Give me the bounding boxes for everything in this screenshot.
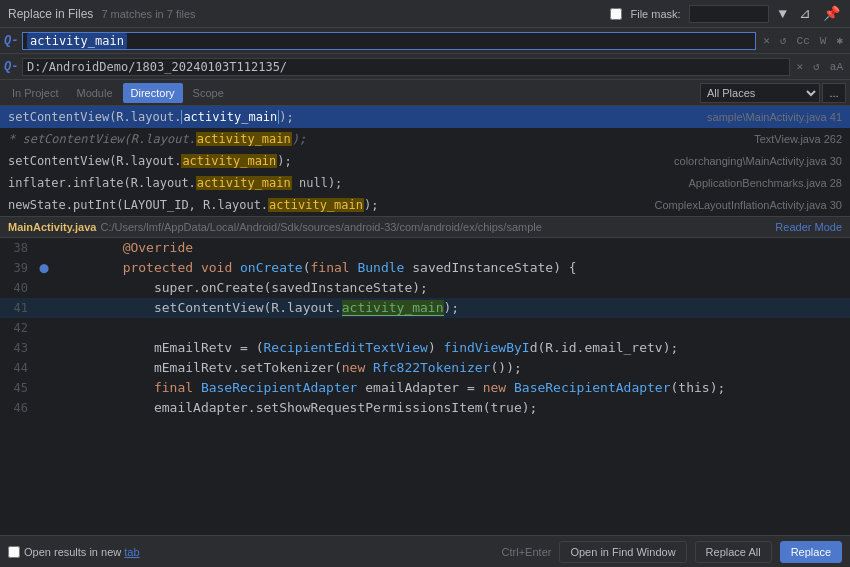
- line-content: mEmailRetv.setTokenizer(new Rfc822Tokeni…: [52, 358, 850, 378]
- tab-module[interactable]: Module: [68, 83, 120, 103]
- result-code: setContentView(R.layout.activity_main);: [8, 154, 666, 168]
- line-number: 43: [0, 338, 36, 358]
- scope-more-btn[interactable]: ...: [822, 83, 846, 103]
- open-in-tab-checkbox[interactable]: [8, 546, 20, 558]
- code-line-38: 38 @Override: [0, 238, 850, 258]
- line-content: final BaseRecipientAdapter emailAdapter …: [52, 378, 850, 398]
- find-input-value[interactable]: activity_main: [27, 33, 127, 49]
- result-code: inflater.inflate(R.layout.activity_main …: [8, 176, 681, 190]
- table-row[interactable]: newState.putInt(LAYOUT_ID, R.layout.acti…: [0, 194, 850, 216]
- open-in-tab-wrap: Open results in new tab: [8, 546, 140, 558]
- open-in-tab-label: Open results in new tab: [24, 546, 140, 558]
- tab-scope[interactable]: Scope: [185, 83, 232, 103]
- tab-directory[interactable]: Directory: [123, 83, 183, 103]
- bottom-bar: Open results in new tab Ctrl+Enter Open …: [0, 535, 850, 567]
- line-content: setContentView(R.layout.activity_main);: [52, 298, 850, 318]
- file-mask-input[interactable]: [689, 5, 769, 23]
- replace-icon: Q-: [4, 60, 18, 74]
- search-row-replace: Q- D:/AndroidDemo/1803_20240103T112135/ …: [0, 54, 850, 80]
- replace-in-files-dialog: Replace in Files 7 matches in 7 files Fi…: [0, 0, 850, 567]
- find-regex-btn[interactable]: ✱: [833, 33, 846, 48]
- line-number: 39: [0, 258, 36, 278]
- code-line-44: 44 mEmailRetv.setTokenizer(new Rfc822Tok…: [0, 358, 850, 378]
- line-content: super.onCreate(savedInstanceState);: [52, 278, 850, 298]
- code-line-42: 42: [0, 318, 850, 338]
- find-icon: Q-: [4, 34, 18, 48]
- tab-link[interactable]: tab: [124, 546, 139, 558]
- replace-case-toggle[interactable]: aA: [827, 60, 846, 74]
- source-file-path: C:/Users/lmf/AppData/Local/Android/Sdk/s…: [100, 221, 541, 233]
- pin-icon[interactable]: 📌: [821, 5, 842, 22]
- code-view: 38 @Override 39 ⬤ protected void onCreat…: [0, 238, 850, 567]
- open-find-window-btn[interactable]: Open in Find Window: [559, 541, 686, 563]
- result-file: ComplexLayoutInflationActivity.java 30: [654, 199, 842, 211]
- code-line-43: 43 mEmailRetv = (RecipientEditTextView) …: [0, 338, 850, 358]
- find-clear-btn[interactable]: ✕: [760, 33, 773, 48]
- find-history-btn[interactable]: ↺: [777, 33, 790, 48]
- reader-mode-btn[interactable]: Reader Mode: [775, 221, 842, 233]
- funnel-icon[interactable]: ⊿: [797, 5, 813, 22]
- result-file: ApplicationBenchmarks.java 28: [689, 177, 842, 189]
- table-row[interactable]: setContentView(R.layout.activity_main); …: [0, 106, 850, 128]
- search-row-find: Q- activity_main ✕ ↺ Cc W ✱: [0, 28, 850, 54]
- dialog-title: Replace in Files: [8, 7, 93, 21]
- result-code: * setContentView(R.layout.activity_main)…: [8, 132, 746, 146]
- match-count: 7 matches in 7 files: [101, 8, 195, 20]
- replace-clear-btn[interactable]: ✕: [794, 59, 807, 74]
- find-word-btn[interactable]: W: [817, 34, 830, 48]
- source-file-name: MainActivity.java: [8, 221, 96, 233]
- line-content: protected void onCreate(final Bundle sav…: [52, 258, 850, 278]
- line-content: emailAdapter.setShowRequestPermissionsIt…: [52, 398, 850, 418]
- tab-in-project[interactable]: In Project: [4, 83, 66, 103]
- line-content: [52, 318, 850, 338]
- code-line-41: 41 setContentView(R.layout.activity_main…: [0, 298, 850, 318]
- find-row-actions: ✕ ↺ Cc W ✱: [760, 33, 846, 48]
- replace-history-btn[interactable]: ↺: [810, 59, 823, 74]
- line-gutter: ⬤: [36, 258, 52, 278]
- result-code: setContentView(R.layout.activity_main);: [8, 110, 699, 124]
- line-number: 42: [0, 318, 36, 338]
- line-number: 41: [0, 298, 36, 318]
- table-row[interactable]: inflater.inflate(R.layout.activity_main …: [0, 172, 850, 194]
- replace-btn[interactable]: Replace: [780, 541, 842, 563]
- replace-input-value[interactable]: D:/AndroidDemo/1803_20240103T112135/: [27, 60, 287, 74]
- scope-select-wrap: All Places Project Files Changed Files: [700, 83, 820, 103]
- file-mask-label: File mask:: [630, 8, 680, 20]
- shortcut-label: Ctrl+Enter: [502, 546, 552, 558]
- find-case-btn[interactable]: Cc: [794, 34, 813, 48]
- scope-dropdown[interactable]: All Places Project Files Changed Files: [700, 83, 820, 103]
- results-list: setContentView(R.layout.activity_main); …: [0, 106, 850, 216]
- result-file: TextView.java 262: [754, 133, 842, 145]
- filter-icon[interactable]: ▼: [777, 6, 789, 22]
- file-mask-checkbox[interactable]: [610, 8, 622, 20]
- line-number: 45: [0, 378, 36, 398]
- line-content: mEmailRetv = (RecipientEditTextView) fin…: [52, 338, 850, 358]
- code-line-39: 39 ⬤ protected void onCreate(final Bundl…: [0, 258, 850, 278]
- tabs-bar: In Project Module Directory Scope All Pl…: [0, 80, 850, 106]
- code-line-46: 46 emailAdapter.setShowRequestPermission…: [0, 398, 850, 418]
- table-row[interactable]: * setContentView(R.layout.activity_main)…: [0, 128, 850, 150]
- replace-all-btn[interactable]: Replace All: [695, 541, 772, 563]
- header-bar: Replace in Files 7 matches in 7 files Fi…: [0, 0, 850, 28]
- table-row[interactable]: setContentView(R.layout.activity_main); …: [0, 150, 850, 172]
- result-file: colorchanging\MainActivity.java 30: [674, 155, 842, 167]
- code-line-40: 40 super.onCreate(savedInstanceState);: [0, 278, 850, 298]
- result-code: newState.putInt(LAYOUT_ID, R.layout.acti…: [8, 198, 646, 212]
- result-file: sample\MainActivity.java 41: [707, 111, 842, 123]
- line-content: @Override: [52, 238, 850, 258]
- replace-row-actions: ✕ ↺ aA: [794, 59, 846, 74]
- file-path-bar: MainActivity.java C:/Users/lmf/AppData/L…: [0, 216, 850, 238]
- line-number: 44: [0, 358, 36, 378]
- line-number: 46: [0, 398, 36, 418]
- line-number: 38: [0, 238, 36, 258]
- code-line-45: 45 final BaseRecipientAdapter emailAdapt…: [0, 378, 850, 398]
- line-number: 40: [0, 278, 36, 298]
